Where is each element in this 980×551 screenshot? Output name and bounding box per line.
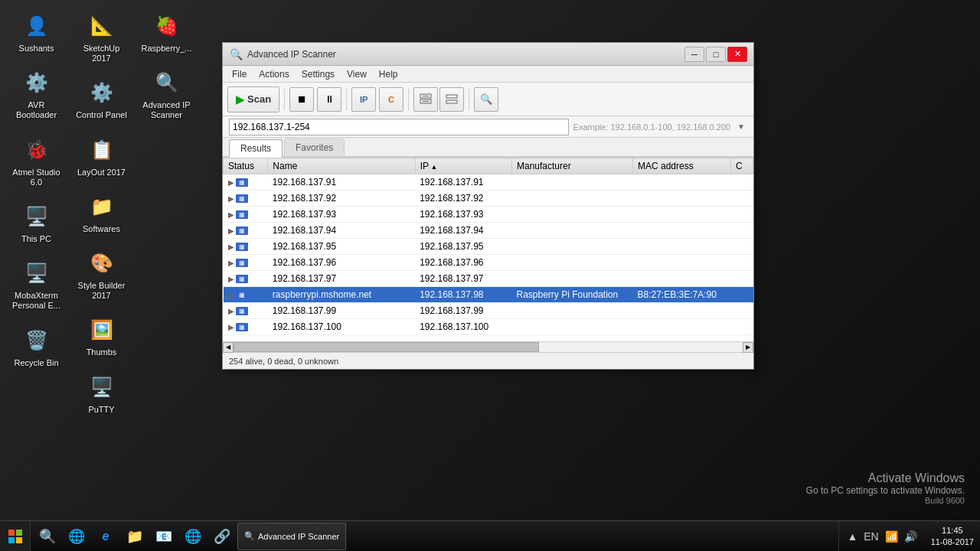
taskbar-mail-icon[interactable]: 📧: [150, 523, 178, 550]
row-expand[interactable]: ▶: [228, 307, 234, 315]
desktop-icon-raspberry[interactable]: 🍓 Raspberry_...: [138, 8, 195, 57]
minimize-button[interactable]: ─: [684, 47, 704, 62]
taskbar-chrome2-icon[interactable]: 🌐: [179, 523, 207, 550]
results-table-container[interactable]: Status Name IP Manufacturer MAC address …: [223, 158, 753, 341]
controlpanel-icon: ⚙️: [87, 77, 117, 108]
layout-icon: 📋: [87, 135, 117, 165]
desktop-icon-thispc[interactable]: 🖥️ This PC: [8, 198, 65, 247]
row-expand[interactable]: ▶: [228, 178, 234, 187]
window-titlebar[interactable]: 🔍 Advanced IP Scanner ─ □ ✕: [223, 43, 753, 66]
col-header-mac[interactable]: MAC address: [632, 158, 730, 174]
row-expand[interactable]: ▶: [228, 323, 234, 331]
table-row[interactable]: ▶ ▦ 192.168.137.93192.168.137.93: [224, 207, 753, 223]
scroll-thumb[interactable]: [234, 342, 539, 352]
scroll-left-button[interactable]: ◀: [223, 342, 234, 353]
desktop-icon-controlpanel[interactable]: ⚙️ Control Panel: [73, 74, 130, 123]
ip-button[interactable]: IP: [351, 87, 376, 112]
desktop-icon-recycle[interactable]: 🗑️ Recycle Bin: [8, 322, 65, 371]
c-button[interactable]: C: [379, 87, 403, 112]
menu-file[interactable]: File: [226, 67, 253, 81]
desktop-icon-ipscanner[interactable]: 🔍 Advanced IP Scanner: [138, 64, 195, 123]
ipscanner-label: Advanced IP Scanner: [141, 100, 192, 120]
pause-button[interactable]: ⏸: [317, 87, 341, 112]
expand-button[interactable]: [413, 87, 438, 112]
menu-actions[interactable]: Actions: [253, 67, 295, 81]
taskbar-search-icon[interactable]: 🔍: [34, 523, 61, 550]
desktop-icon-sketchup[interactable]: 📐 SketchUp 2017: [73, 8, 130, 67]
table-row[interactable]: ▶ ▦ raspberrypi.mshome.net192.168.137.98…: [224, 287, 753, 303]
find-button[interactable]: 🔍: [474, 87, 498, 112]
desktop-icon-stylebuilder[interactable]: 🎨 Style Builder 2017: [73, 245, 130, 304]
col-header-c[interactable]: C: [731, 158, 753, 174]
table-row[interactable]: ▶ ▦ 192.168.137.96192.168.137.96: [224, 255, 753, 271]
desktop-icon-atmel[interactable]: 🐞 Atmel Studio 6.0: [8, 132, 65, 191]
menu-help[interactable]: Help: [373, 67, 404, 81]
address-dropdown-arrow[interactable]: ▼: [735, 122, 747, 131]
tray-network-icon[interactable]: 📶: [884, 529, 900, 544]
menu-view[interactable]: View: [341, 67, 373, 81]
row-manufacturer: [511, 271, 632, 287]
col-header-status[interactable]: Status: [224, 158, 268, 174]
row-ip: 192.168.137.99: [415, 303, 511, 319]
table-row[interactable]: ▶ ▦ 192.168.137.94192.168.137.94: [224, 223, 753, 239]
table-row[interactable]: ▶ ▦ 192.168.137.91192.168.137.91: [224, 174, 753, 191]
desktop-icon-sushants[interactable]: 👤 Sushants: [8, 8, 65, 57]
desktop-icon-softwares[interactable]: 📁 Softwares: [73, 188, 130, 237]
col-header-ip[interactable]: IP: [415, 158, 511, 174]
menu-settings[interactable]: Settings: [296, 67, 341, 81]
scroll-right-button[interactable]: ▶: [743, 342, 753, 353]
row-expand[interactable]: ▶: [228, 194, 234, 203]
row-c: [731, 207, 753, 223]
start-button[interactable]: [0, 521, 31, 552]
stylebuilder-icon: 🎨: [87, 248, 117, 279]
taskbar-clock[interactable]: 11:45 11-08-2017: [925, 521, 980, 552]
ipscanner-icon: 🔍: [152, 67, 182, 98]
desktop-icon-putty[interactable]: 🖥️ PuTTY: [73, 369, 130, 418]
row-status: ▶ ▦: [224, 239, 268, 255]
stop-button[interactable]: ⏹: [289, 87, 314, 112]
maximize-button[interactable]: □: [706, 47, 726, 62]
tray-volume-icon[interactable]: 🔊: [903, 529, 919, 544]
address-input[interactable]: [229, 119, 569, 135]
row-expand[interactable]: ▶: [228, 227, 234, 235]
scroll-track[interactable]: [234, 342, 743, 352]
row-expand[interactable]: ▶: [228, 291, 234, 299]
svg-rect-5: [446, 100, 457, 103]
table-row[interactable]: ▶ ▦ 192.168.137.99192.168.137.99: [224, 303, 753, 319]
taskbar-ipscanner-app[interactable]: 🔍 Advanced IP Scanner: [237, 523, 346, 550]
table-row[interactable]: ▶ ▦ 192.168.137.92192.168.137.92: [224, 191, 753, 207]
table-row[interactable]: ▶ ▦ 192.168.137.95192.168.137.95: [224, 239, 753, 255]
desktop-icon-thumbs[interactable]: 🖼️ Thumbs: [73, 311, 130, 360]
col-header-name[interactable]: Name: [268, 158, 415, 174]
row-expand[interactable]: ▶: [228, 243, 234, 251]
collapse-button[interactable]: [439, 87, 464, 112]
desktop-icon-mobaterm[interactable]: 🖥️ MobaXterm Personal E...: [8, 255, 65, 314]
row-ip: 192.168.137.96: [415, 255, 511, 271]
desktop-icon-layout[interactable]: 📋 LayOut 2017: [73, 132, 130, 181]
table-row[interactable]: ▶ ▦ 192.168.137.100192.168.137.100: [224, 319, 753, 335]
close-button[interactable]: ✕: [727, 47, 747, 62]
clock-date: 11-08-2017: [931, 536, 974, 547]
recycle-icon: 🗑️: [21, 325, 52, 356]
desktop-icon-avr[interactable]: ⚙️ AVR Bootloader: [8, 64, 65, 123]
tab-favorites[interactable]: Favorites: [284, 139, 345, 156]
row-expand[interactable]: ▶: [228, 259, 234, 267]
row-expand[interactable]: ▶: [228, 275, 234, 283]
row-expand[interactable]: ▶: [228, 210, 234, 219]
window-controls: ─ □ ✕: [684, 47, 747, 62]
horizontal-scrollbar[interactable]: ◀ ▶: [223, 341, 753, 352]
col-header-manufacturer[interactable]: Manufacturer: [511, 158, 632, 174]
table-row[interactable]: ▶ ▦ 192.168.137.97192.168.137.97: [224, 271, 753, 287]
play-icon: ▶: [236, 93, 244, 106]
taskbar-folder-icon[interactable]: 📁: [121, 523, 149, 550]
taskbar-ie-icon[interactable]: e: [92, 523, 119, 550]
scan-button[interactable]: ▶ Scan: [227, 86, 279, 112]
tab-results[interactable]: Results: [229, 139, 283, 158]
taskbar-app2-icon[interactable]: 🔗: [208, 523, 236, 550]
tray-lang-icon[interactable]: EN: [862, 529, 880, 544]
row-name: raspberrypi.mshome.net: [268, 287, 415, 303]
tray-arrow-icon[interactable]: ▲: [845, 529, 859, 544]
raspberry-label: Raspberry_...: [141, 44, 191, 54]
desktop: 👤 Sushants ⚙️ AVR Bootloader 🐞 Atmel Stu…: [0, 0, 980, 551]
taskbar-chrome-icon[interactable]: 🌐: [63, 523, 90, 550]
